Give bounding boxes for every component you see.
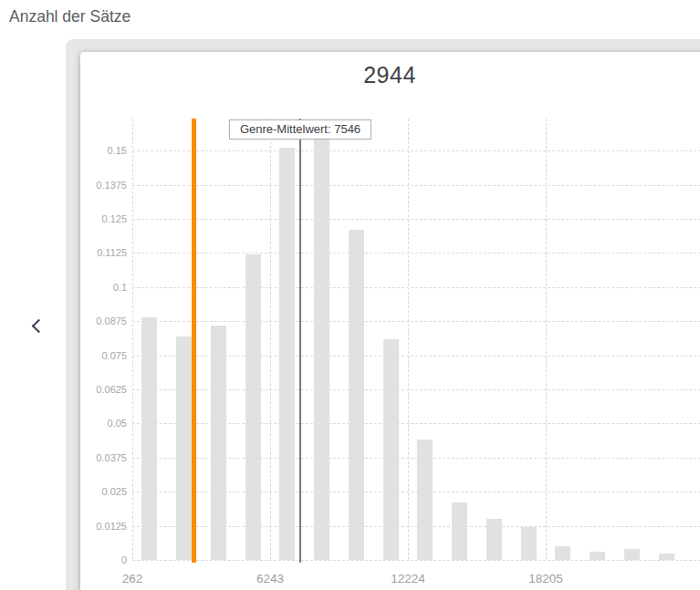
y-axis-tick-label: 0.1 xyxy=(81,281,127,294)
chevron-left-icon xyxy=(32,319,47,334)
y-gridline xyxy=(132,287,700,288)
x-gridline xyxy=(546,119,547,560)
x-gridline xyxy=(270,119,271,560)
histogram-bar xyxy=(659,554,674,560)
histogram-bar xyxy=(211,326,226,560)
histogram-bar xyxy=(349,230,364,560)
histogram-bar xyxy=(176,336,192,560)
y-gridline xyxy=(132,219,700,220)
histogram-bar xyxy=(590,552,605,560)
highlight-line xyxy=(192,119,196,563)
histogram-bar xyxy=(417,440,433,560)
mean-line xyxy=(299,119,301,563)
x-axis-tick-label: 18205 xyxy=(509,572,582,585)
chart-card: 2944 00.01250.0250.03750.050.06250.0750.… xyxy=(80,52,700,590)
y-axis-tick-label: 0 xyxy=(81,554,127,566)
y-axis-tick-label: 0.0375 xyxy=(81,451,127,464)
y-gridline xyxy=(132,321,700,322)
histogram-bar xyxy=(383,339,399,560)
y-axis-tick-label: 0.1125 xyxy=(81,246,127,259)
x-gridline xyxy=(132,119,133,560)
histogram-bar xyxy=(246,254,261,560)
y-axis-tick-label: 0.025 xyxy=(81,485,127,498)
histogram-bar xyxy=(521,527,537,560)
histogram-bar xyxy=(486,519,502,560)
x-axis-tick-label: 6243 xyxy=(234,572,307,585)
histogram-bar xyxy=(624,549,640,560)
y-gridline xyxy=(132,185,700,186)
histogram-plot: 00.01250.0250.03750.050.06250.0750.08750… xyxy=(80,52,700,590)
mean-value-tooltip: Genre-Mittelwert: 7546 xyxy=(229,119,371,140)
page-title: Anzahl der Sätze xyxy=(9,7,131,26)
histogram-bar xyxy=(141,317,157,560)
y-gridline xyxy=(132,253,700,254)
histogram-bar xyxy=(452,502,467,560)
histogram-bar xyxy=(279,148,295,560)
y-axis-tick-label: 0.05 xyxy=(81,417,127,430)
x-gridline xyxy=(408,119,409,560)
carousel-prev-button[interactable] xyxy=(26,314,49,337)
y-axis-tick-label: 0.0625 xyxy=(81,383,127,396)
y-gridline xyxy=(132,150,700,151)
y-axis-tick-label: 0.0875 xyxy=(81,315,127,327)
y-gridline xyxy=(132,560,700,561)
y-axis-tick-label: 0.15 xyxy=(81,144,127,157)
histogram-bar xyxy=(314,137,329,560)
y-axis-tick-label: 0.125 xyxy=(81,212,127,225)
y-axis-tick-label: 0.0125 xyxy=(81,520,127,533)
y-axis-tick-label: 0.1375 xyxy=(81,179,127,191)
histogram-bar xyxy=(555,546,570,560)
x-axis-tick-label: 12224 xyxy=(371,572,444,585)
x-axis-tick-label: 262 xyxy=(96,572,169,585)
y-axis-tick-label: 0.075 xyxy=(81,349,127,362)
